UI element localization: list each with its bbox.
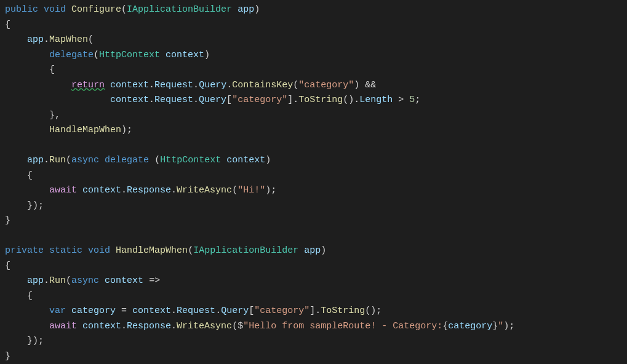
variable-token: Request: [154, 95, 193, 105]
method-token: ToString: [298, 95, 343, 105]
variable-token: context: [226, 155, 265, 165]
return-keyword-token: return: [71, 80, 105, 90]
keyword-token: void: [88, 245, 110, 256]
keyword-token: private: [5, 245, 44, 256]
operator-token: &&: [365, 80, 376, 90]
variable-token: Query: [199, 95, 226, 105]
code-line: return context.Request.Query.ContainsKey…: [5, 80, 376, 90]
type-token: HttpContext: [99, 50, 160, 60]
variable-token: app: [304, 245, 321, 256]
method-token: ContainsKey: [232, 80, 293, 90]
keyword-token: delegate: [49, 50, 94, 60]
code-line: },: [5, 110, 60, 121]
code-line: {: [5, 65, 55, 75]
variable-token: Query: [221, 306, 249, 316]
operator-token: $: [238, 321, 243, 331]
variable-token: Response: [127, 321, 171, 331]
string-token: "category": [254, 306, 310, 316]
string-token: ": [498, 321, 503, 331]
string-token: "category": [232, 95, 287, 105]
variable-token: Query: [199, 80, 226, 90]
variable-token: context: [110, 95, 149, 105]
keyword-token: async: [71, 155, 99, 165]
variable-token: app: [27, 34, 44, 45]
keyword-token: void: [44, 4, 66, 15]
variable-token: app: [27, 155, 44, 165]
variable-token: category: [71, 306, 116, 316]
code-line: {: [5, 20, 10, 30]
variable-token: context: [110, 80, 149, 90]
variable-token: context: [82, 321, 121, 331]
variable-token: context: [82, 185, 121, 196]
await-keyword-token: await: [49, 321, 77, 331]
code-line: public void Configure(IApplicationBuilde…: [5, 4, 260, 15]
keyword-token: delegate: [105, 155, 149, 165]
code-line: await context.Response.WriteAsync($"Hell…: [5, 321, 514, 331]
code-line: context.Request.Query["category"].ToStri…: [5, 95, 420, 105]
keyword-token: var: [49, 306, 66, 316]
keyword-token: async: [71, 275, 99, 286]
code-line: private static void HandleMapWhen(IAppli…: [5, 245, 326, 256]
method-token: Run: [49, 275, 66, 286]
method-token: MapWhen: [49, 34, 88, 45]
variable-token: Request: [154, 80, 193, 90]
operator-token: >: [398, 95, 404, 105]
code-line: app.Run(async context =>: [5, 275, 160, 286]
code-line: });: [5, 200, 44, 211]
code-line: {: [5, 170, 33, 181]
method-token: ToString: [321, 306, 365, 316]
variable-token: category: [448, 321, 492, 331]
method-token: HandleMapWhen: [49, 125, 121, 135]
variable-token: Length: [359, 95, 393, 105]
method-token: WriteAsync: [177, 321, 232, 331]
code-line: await context.Response.WriteAsync("Hi!")…: [5, 185, 276, 196]
variable-token: Response: [127, 185, 171, 196]
number-token: 5: [409, 95, 415, 105]
code-line: delegate(HttpContext context): [5, 50, 210, 60]
method-token: HandleMapWhen: [116, 245, 188, 256]
code-line: });: [5, 336, 44, 346]
code-line: {: [5, 261, 10, 271]
code-line: app.Run(async delegate (HttpContext cont…: [5, 155, 271, 165]
variable-token: app: [238, 4, 254, 15]
code-line: app.MapWhen(: [5, 34, 94, 45]
await-keyword-token: await: [49, 185, 77, 196]
type-token: HttpContext: [160, 155, 221, 165]
code-line: HandleMapWhen);: [5, 125, 132, 135]
operator-token: =>: [149, 275, 160, 286]
method-token: Configure: [71, 4, 121, 15]
code-line: }: [5, 351, 10, 362]
method-token: WriteAsync: [177, 185, 232, 196]
code-line: {: [5, 291, 33, 301]
method-token: Run: [49, 155, 66, 165]
type-token: IApplicationBuilder: [193, 245, 298, 256]
variable-token: app: [27, 275, 44, 286]
code-editor[interactable]: public void Configure(IApplicationBuilde…: [0, 0, 627, 364]
variable-token: context: [105, 275, 143, 286]
code-line: [5, 140, 10, 151]
keyword-token: static: [49, 245, 82, 256]
variable-token: Request: [177, 306, 215, 316]
type-token: IApplicationBuilder: [127, 4, 232, 15]
code-line: var category = context.Request.Query["ca…: [5, 306, 381, 316]
code-line: [5, 231, 10, 241]
code-line: }: [5, 215, 10, 226]
variable-token: context: [166, 50, 204, 60]
variable-token: context: [132, 306, 171, 316]
string-token: "category": [298, 80, 354, 90]
string-token: "Hello from sampleRoute! - Category:: [243, 321, 442, 331]
keyword-token: public: [5, 4, 38, 15]
string-token: "Hi!": [238, 185, 265, 196]
